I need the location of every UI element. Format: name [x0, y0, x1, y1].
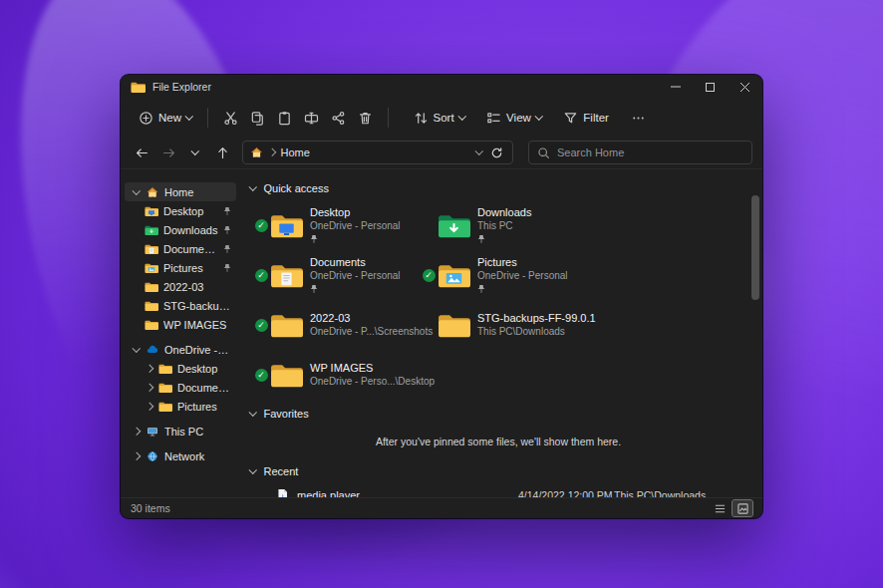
chevron-right-icon[interactable] [132, 429, 141, 435]
maximize-button[interactable] [693, 75, 728, 99]
minimize-button[interactable] [658, 75, 693, 99]
chevron-down-icon[interactable] [249, 409, 257, 417]
sidebar-item-downloads[interactable]: Downloads [125, 220, 236, 239]
window-title: File Explorer [152, 81, 211, 93]
sidebar-item-pictures[interactable]: Pictures [125, 258, 236, 277]
section-header-favorites[interactable]: Favorites [250, 403, 746, 425]
filter-button[interactable]: Filter [557, 104, 615, 132]
documents-folder-icon [145, 243, 158, 255]
quick-access-item-documents[interactable]: ✓ Documents OneDrive - Personal [252, 251, 420, 299]
quick-access-item-2022-03[interactable]: ✓ 2022-03 OneDrive - P...\Screenshots [252, 301, 420, 349]
delete-button[interactable] [352, 104, 379, 132]
minimize-icon [671, 82, 681, 92]
new-button[interactable]: New [133, 104, 198, 132]
sidebar-item-onedrive[interactable]: OneDrive - Personal [125, 340, 236, 359]
view-button[interactable]: View [480, 104, 547, 132]
quick-access-item-stg-backups[interactable]: STG-backups-FF-99.0.1 This PC\Downloads [420, 301, 748, 349]
see-more-button[interactable] [625, 104, 652, 132]
chevron-right-icon[interactable] [145, 366, 153, 372]
recent-file-location: This PC\Downloads [614, 489, 706, 497]
folder-icon [158, 363, 172, 375]
view-icon [486, 111, 501, 126]
sidebar-item-home[interactable]: Home [125, 182, 236, 201]
sidebar-item-wp-images[interactable]: WP IMAGES [125, 315, 236, 334]
sidebar-item-stg-backups[interactable]: STG-backups-FF-99.. [125, 296, 236, 315]
sort-button[interactable]: Sort [408, 104, 471, 132]
section-header-recent[interactable]: Recent [250, 460, 746, 482]
maximize-icon [706, 83, 715, 92]
address-bar[interactable]: Home [242, 141, 513, 164]
folder-icon [158, 401, 172, 413]
desktop-folder-icon [145, 205, 158, 217]
home-icon [146, 186, 159, 198]
chevron-down-icon[interactable] [132, 347, 141, 353]
recent-locations-button[interactable] [184, 142, 206, 163]
search-input[interactable] [557, 147, 743, 158]
refresh-button[interactable] [487, 144, 505, 161]
back-button[interactable] [131, 142, 152, 163]
rename-button[interactable] [298, 104, 325, 132]
folder-icon [158, 382, 172, 394]
filter-icon [563, 111, 578, 126]
navigation-bar: Home [121, 137, 762, 169]
file-explorer-icon [131, 81, 146, 94]
sidebar-item-network[interactable]: Network [125, 446, 236, 465]
sidebar-item-onedrive-desktop[interactable]: Desktop [125, 359, 236, 378]
chevron-down-icon [191, 147, 199, 155]
sidebar-item-documents[interactable]: Documents [125, 239, 236, 258]
status-bar: 30 items [121, 497, 762, 518]
close-icon [740, 83, 749, 92]
details-view-icon [715, 503, 726, 514]
pin-icon [310, 284, 318, 294]
chevron-right-icon[interactable] [145, 404, 153, 410]
delete-icon [358, 111, 373, 126]
sidebar-item-desktop[interactable]: Desktop [125, 201, 236, 220]
pictures-folder-icon [145, 262, 158, 274]
search-box[interactable] [528, 141, 752, 164]
search-icon [537, 147, 550, 159]
chevron-down-icon[interactable] [132, 189, 141, 195]
chevron-down-icon [185, 113, 193, 121]
synced-icon: ✓ [255, 319, 268, 332]
sidebar-item-onedrive-documents[interactable]: Documents [125, 378, 236, 397]
folder-icon [145, 319, 158, 331]
recent-file-row[interactable]: media player 4/14/2022 12:00 PM This PC\… [250, 484, 746, 497]
sidebar-item-2022-03[interactable]: 2022-03 [125, 277, 236, 296]
pin-icon [223, 244, 231, 254]
scrollbar-thumb[interactable] [751, 195, 759, 300]
sidebar-item-onedrive-pictures[interactable]: Pictures [125, 397, 236, 416]
cut-button[interactable] [217, 104, 244, 132]
copy-button[interactable] [244, 104, 271, 132]
explorer-body: Home Desktop Downloads Documents Picture… [121, 169, 762, 497]
chevron-right-icon[interactable] [132, 453, 141, 459]
ellipsis-icon [631, 111, 646, 126]
quick-access-item-pictures[interactable]: ✓ Pictures OneDrive - Personal [420, 251, 748, 299]
chevron-down-icon[interactable] [249, 466, 257, 474]
chevron-down-icon[interactable] [474, 147, 482, 155]
folder-icon [145, 281, 158, 293]
address-path[interactable]: Home [281, 147, 470, 158]
section-header-quick-access[interactable]: Quick access [250, 177, 746, 199]
forward-button[interactable] [157, 142, 179, 163]
chevron-right-icon[interactable] [145, 385, 153, 391]
quick-access-item-downloads[interactable]: Downloads This PC [420, 201, 748, 249]
up-button[interactable] [211, 142, 233, 163]
title-bar[interactable]: File Explorer [121, 75, 762, 99]
close-button[interactable] [728, 75, 762, 99]
pin-icon [310, 234, 318, 244]
pin-icon [477, 284, 485, 294]
share-button[interactable] [325, 104, 352, 132]
large-icons-view-button[interactable] [733, 500, 752, 516]
chevron-down-icon [535, 113, 543, 121]
chevron-down-icon[interactable] [249, 183, 257, 191]
paste-button[interactable] [271, 104, 298, 132]
back-arrow-icon [136, 147, 148, 159]
synced-icon: ✓ [423, 269, 436, 282]
details-view-button[interactable] [710, 500, 730, 516]
sidebar-item-this-pc[interactable]: This PC [125, 422, 236, 441]
items-count: 30 items [131, 502, 170, 514]
quick-access-item-desktop[interactable]: ✓ Desktop OneDrive - Personal [252, 201, 420, 249]
quick-access-item-wp-images[interactable]: ✓ WP IMAGES OneDrive - Perso...\Desktop [252, 351, 420, 399]
pin-icon [477, 234, 485, 244]
synced-icon: ✓ [255, 269, 268, 282]
